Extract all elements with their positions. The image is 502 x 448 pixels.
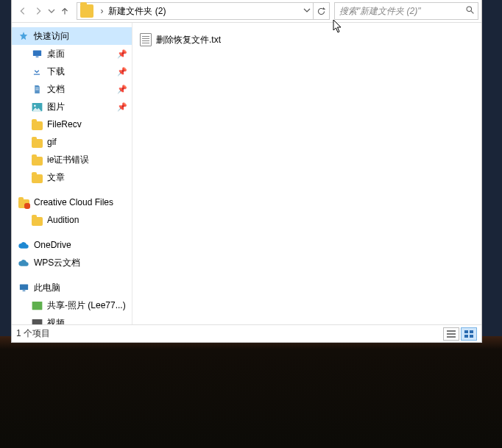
cloud-icon bbox=[18, 257, 29, 269]
nav-label: Creative Cloud Files bbox=[34, 197, 113, 207]
forward-button[interactable] bbox=[30, 2, 46, 20]
nav-label: OneDrive bbox=[34, 240, 71, 250]
svg-point-0 bbox=[467, 7, 472, 12]
svg-rect-8 bbox=[19, 284, 27, 290]
text-file-icon bbox=[140, 33, 152, 46]
nav-label: 文章 bbox=[47, 171, 65, 184]
document-icon bbox=[31, 83, 43, 95]
search-box[interactable] bbox=[334, 2, 478, 20]
nav-desktop[interactable]: 桌面 📌 bbox=[12, 45, 132, 63]
explorer-body: 快速访问 桌面 📌 下载 📌 文档 bbox=[12, 23, 481, 324]
view-large-icons-button[interactable] bbox=[461, 327, 477, 341]
nav-label: 视频 bbox=[47, 317, 65, 325]
search-input[interactable] bbox=[335, 6, 462, 16]
up-button[interactable] bbox=[57, 2, 72, 20]
file-list-pane[interactable]: 删除恢复文件.txt bbox=[132, 23, 481, 324]
svg-rect-18 bbox=[470, 335, 473, 338]
search-icon[interactable] bbox=[462, 5, 478, 17]
back-button[interactable] bbox=[15, 2, 30, 20]
nav-label: FileRecv bbox=[47, 119, 82, 129]
nav-label: 下载 bbox=[47, 65, 65, 78]
nav-onedrive[interactable]: OneDrive bbox=[12, 236, 132, 254]
folder-icon bbox=[32, 217, 43, 226]
pc-icon bbox=[18, 282, 29, 294]
nav-downloads[interactable]: 下载 📌 bbox=[12, 63, 132, 80]
folder-icon bbox=[32, 121, 43, 130]
address-bar[interactable]: › 新建文件夹 (2) bbox=[77, 2, 314, 20]
nav-label: WPS云文档 bbox=[34, 257, 80, 269]
nav-label: 此电脑 bbox=[34, 282, 60, 294]
nav-gif[interactable]: gif bbox=[12, 133, 132, 151]
nav-label: 图片 bbox=[47, 101, 65, 113]
pin-icon: 📌 bbox=[117, 85, 127, 94]
nav-label: 文档 bbox=[47, 83, 65, 96]
status-item-count: 1 个项目 bbox=[16, 327, 50, 340]
pin-icon: 📌 bbox=[117, 49, 127, 59]
svg-rect-10 bbox=[32, 301, 42, 309]
video-icon bbox=[31, 317, 43, 324]
nav-video[interactable]: 视频 bbox=[12, 314, 132, 324]
svg-rect-5 bbox=[35, 89, 38, 90]
svg-rect-1 bbox=[32, 50, 40, 56]
folder-icon bbox=[32, 157, 43, 166]
svg-rect-13 bbox=[447, 333, 456, 335]
svg-rect-17 bbox=[464, 335, 468, 338]
svg-rect-3 bbox=[34, 74, 40, 75]
file-explorer-window: › 新建文件夹 (2) 快速访问 bbox=[11, 0, 482, 343]
nav-iecert[interactable]: ie证书错误 bbox=[12, 151, 132, 168]
nav-label: Audition bbox=[47, 215, 79, 225]
nav-this-pc[interactable]: 此电脑 bbox=[12, 279, 132, 296]
nav-shared-photos[interactable]: 共享-照片 (Lee77...) bbox=[12, 296, 132, 314]
nav-label: 共享-照片 (Lee77...) bbox=[47, 299, 126, 312]
pictures-icon bbox=[31, 101, 43, 113]
folder-icon bbox=[32, 139, 43, 148]
svg-rect-4 bbox=[35, 88, 38, 88]
folder-icon bbox=[80, 4, 93, 18]
nav-label: 快速访问 bbox=[34, 30, 69, 43]
nav-documents[interactable]: 文档 📌 bbox=[12, 80, 132, 98]
nav-wps[interactable]: WPS云文档 bbox=[12, 254, 132, 271]
nav-label: gif bbox=[47, 137, 57, 147]
nav-filerecv[interactable]: FileRecv bbox=[12, 115, 132, 133]
nav-label: ie证书错误 bbox=[47, 154, 89, 166]
nav-creative-cloud[interactable]: Creative Cloud Files bbox=[12, 193, 132, 211]
pin-icon: 📌 bbox=[117, 67, 127, 77]
nav-pictures[interactable]: 图片 📌 bbox=[12, 98, 132, 115]
file-item[interactable]: 删除恢复文件.txt bbox=[140, 32, 317, 48]
svg-rect-11 bbox=[32, 319, 42, 324]
pictures-icon bbox=[31, 299, 43, 311]
file-name: 删除恢复文件.txt bbox=[156, 34, 221, 46]
svg-rect-16 bbox=[470, 330, 473, 333]
refresh-button[interactable] bbox=[314, 2, 330, 20]
pin-icon: 📌 bbox=[117, 102, 127, 112]
status-bar: 1 个项目 bbox=[12, 324, 481, 342]
download-icon bbox=[31, 65, 43, 77]
svg-rect-15 bbox=[464, 330, 468, 333]
svg-point-7 bbox=[34, 104, 36, 107]
recent-locations-button[interactable] bbox=[46, 2, 57, 20]
svg-rect-9 bbox=[22, 290, 25, 291]
svg-rect-14 bbox=[447, 336, 456, 338]
address-dropdown-button[interactable] bbox=[300, 6, 313, 16]
chevron-right-icon[interactable]: › bbox=[96, 6, 107, 16]
desktop-icon bbox=[31, 48, 43, 60]
folder-icon bbox=[32, 174, 43, 183]
nav-label: 桌面 bbox=[47, 48, 65, 60]
svg-rect-2 bbox=[35, 56, 38, 57]
nav-audition[interactable]: Audition bbox=[12, 211, 132, 229]
star-icon bbox=[18, 30, 29, 42]
nav-articles[interactable]: 文章 bbox=[12, 168, 132, 186]
cloud-icon bbox=[18, 239, 29, 251]
svg-rect-12 bbox=[447, 330, 456, 332]
navigation-pane[interactable]: 快速访问 桌面 📌 下载 📌 文档 bbox=[12, 23, 132, 324]
toolbar: › 新建文件夹 (2) bbox=[12, 0, 481, 23]
folder-icon bbox=[18, 199, 29, 208]
view-details-button[interactable] bbox=[443, 327, 459, 341]
nav-quick-access[interactable]: 快速访问 bbox=[12, 27, 132, 45]
breadcrumb-current[interactable]: 新建文件夹 (2) bbox=[107, 5, 167, 18]
